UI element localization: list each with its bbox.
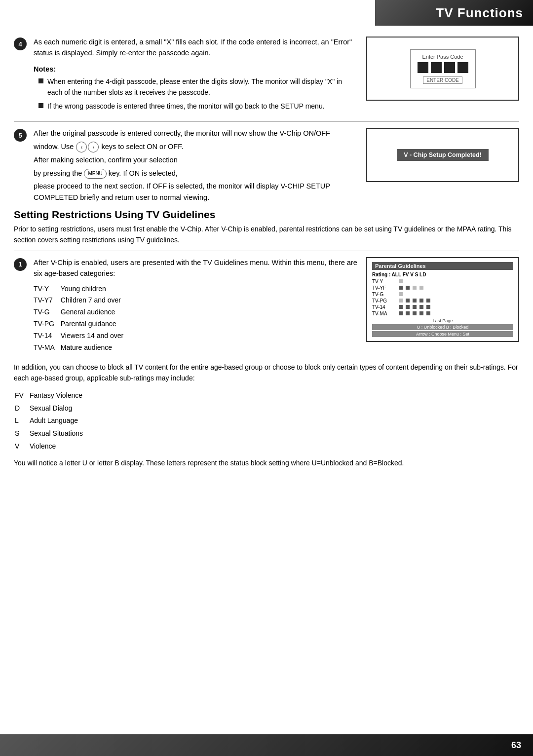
passcode-sq-1: [418, 62, 428, 73]
guidelines-footer-bar-1: U : Unblocked B : Blocked: [372, 324, 513, 330]
step1-text: After V-Chip is enabled, users are prese…: [34, 257, 358, 358]
tv-categories-table: TV-Y Young children TV-Y7 Children 7 and…: [34, 283, 358, 354]
cat-label-ma: Mature audience: [61, 342, 127, 354]
passcode-sq-4: [457, 62, 468, 73]
guidelines-title-bar: Parental Guidelines: [372, 262, 513, 270]
right-arrow-icon: ›: [88, 142, 99, 152]
cat-label-g: General audience: [61, 306, 127, 318]
sub-label-d: Sexual Dialog: [30, 403, 88, 415]
notes-title: Notes:: [34, 64, 358, 75]
cat-code-ma: TV-MA: [34, 342, 61, 354]
guidelines-screen-box: Parental Guidelines Rating : ALL FV V S …: [366, 257, 519, 342]
menu-button-icon: MENU: [84, 169, 106, 179]
cat-code-y: TV-Y: [34, 283, 61, 295]
sub-code-d: D: [15, 403, 29, 415]
step5-p4: by pressing the MENU key. If ON is selec…: [34, 168, 358, 179]
gl-row-14: TV-14: [372, 304, 513, 310]
cat-code-pg: TV-PG: [34, 318, 61, 330]
guidelines-last-page: Last Page: [372, 318, 513, 323]
sub-rating-v: V Violence: [15, 441, 88, 453]
step4-screen-inner: Enter Pass Code ENTER CODE: [410, 49, 476, 88]
sub-code-s: S: [15, 428, 29, 440]
page-footer: 63: [0, 734, 533, 756]
note-item-1: When entering the 4-digit passcode, plea…: [38, 76, 358, 98]
vchip-screen-box: V - Chip Setup Completed!: [366, 128, 519, 182]
arrow-keys-icon: ‹ ›: [76, 142, 99, 152]
sub-code-l: L: [15, 415, 29, 427]
vchip-completed-text: V - Chip Setup Completed!: [397, 149, 489, 161]
gl-row-ma: TV-MA: [372, 311, 513, 316]
sub-rating-l: L Adult Language: [15, 415, 88, 427]
step1-circle: 1: [14, 258, 27, 271]
category-row-ma: TV-MA Mature audience: [34, 342, 127, 354]
passcode-sq-2: [431, 62, 442, 73]
divider-2: [14, 251, 519, 251]
bullet-icon-1: [38, 78, 43, 83]
section-restrictions-heading: Setting Restrictions Using TV Guidelines: [14, 208, 519, 221]
step5-p3: After making selection, confirm your sel…: [34, 154, 358, 165]
notes-list: When entering the 4-digit passcode, plea…: [34, 76, 358, 112]
sub-label-s: Sexual Situations: [30, 428, 88, 440]
left-arrow-icon: ‹: [76, 142, 87, 152]
sub-rating-s: S Sexual Situations: [15, 428, 88, 440]
cat-label-y7: Children 7 and over: [61, 295, 127, 306]
note-item-2: If the wrong passcode is entered three t…: [38, 101, 358, 112]
page-number: 63: [511, 740, 521, 751]
step1-intro-text: After V-Chip is enabled, users are prese…: [34, 257, 358, 279]
step4-circle: 4: [14, 38, 27, 50]
step5-p5: please proceed to the next section. If O…: [34, 181, 358, 203]
step5-p2: window. Use ‹ › keys to select ON or OFF…: [34, 141, 358, 152]
guidelines-screen-image: Parental Guidelines Rating : ALL FV V S …: [366, 257, 519, 342]
divider-1: [14, 121, 519, 122]
category-row-y: TV-Y Young children: [34, 283, 127, 295]
step5-circle: 5: [14, 129, 27, 142]
sub-ratings-table: FV Fantasy Violence D Sexual Dialog L Ad…: [14, 389, 519, 454]
step4-screen-box: Enter Pass Code ENTER CODE: [366, 37, 519, 101]
step4-text: As each numeric digit is entered, a smal…: [34, 37, 358, 114]
section-restrictions-intro: Prior to setting restrictions, users mus…: [14, 224, 519, 245]
main-content: 4 As each numeric digit is entered, a sm…: [0, 0, 533, 734]
addition-text: In addition, you can choose to block all…: [14, 362, 519, 383]
passcode-squares: [418, 62, 468, 73]
category-row-g: TV-G General audience: [34, 306, 127, 318]
gl-row-y: TV-Y: [372, 279, 513, 284]
step5-screen-image: V - Chip Setup Completed!: [366, 128, 519, 182]
bottom-text: You will notice a letter U or letter B d…: [14, 457, 519, 468]
notes-block: Notes: When entering the 4-digit passcod…: [34, 64, 358, 112]
step4-block: 4 As each numeric digit is entered, a sm…: [14, 37, 519, 114]
enter-code-label: ENTER CODE: [423, 76, 462, 84]
category-row-14: TV-14 Viewers 14 and over: [34, 330, 127, 342]
passcode-sq-3: [444, 62, 455, 73]
sub-rating-d: D Sexual Dialog: [15, 403, 88, 415]
cat-code-g: TV-G: [34, 306, 61, 318]
sub-label-l: Adult Language: [30, 415, 88, 427]
cat-label-14: Viewers 14 and over: [61, 330, 127, 342]
sub-code-v: V: [15, 441, 29, 453]
categories-table: TV-Y Young children TV-Y7 Children 7 and…: [34, 283, 127, 354]
cat-code-14: TV-14: [34, 330, 61, 342]
guidelines-footer-bar-2: Arrow : Choose Menu : Set: [372, 331, 513, 337]
rating-header-row: Rating : ALL FV V S LD: [372, 272, 513, 277]
step5-text: After the original passcode is entered c…: [34, 128, 358, 203]
gl-row-pg: TV-PG: [372, 298, 513, 303]
category-row-y7: TV-Y7 Children 7 and over: [34, 295, 127, 306]
sub-rating-fv: FV Fantasy Violence: [15, 390, 88, 402]
step5-block: 5 After the original passcode is entered…: [14, 128, 519, 203]
cat-code-y7: TV-Y7: [34, 295, 61, 306]
step5-p1: After the original passcode is entered c…: [34, 128, 358, 139]
step1-restrictions-block: 1 After V-Chip is enabled, users are pre…: [14, 257, 519, 358]
sub-label-fv: Fantasy Violence: [30, 390, 88, 402]
sub-label-v: Violence: [30, 441, 88, 453]
step4-screen-image: Enter Pass Code ENTER CODE: [366, 37, 519, 101]
enter-passcode-label: Enter Pass Code: [418, 54, 468, 60]
gl-row-g: TV-G: [372, 292, 513, 297]
sub-code-fv: FV: [15, 390, 29, 402]
sub-ratings-data: FV Fantasy Violence D Sexual Dialog L Ad…: [14, 389, 89, 454]
category-row-pg: TV-PG Parental guidance: [34, 318, 127, 330]
cat-label-pg: Parental guidance: [61, 318, 127, 330]
cat-label-y: Young children: [61, 283, 127, 295]
gl-row-yf: TV-YF: [372, 285, 513, 291]
bullet-icon-2: [38, 103, 43, 108]
